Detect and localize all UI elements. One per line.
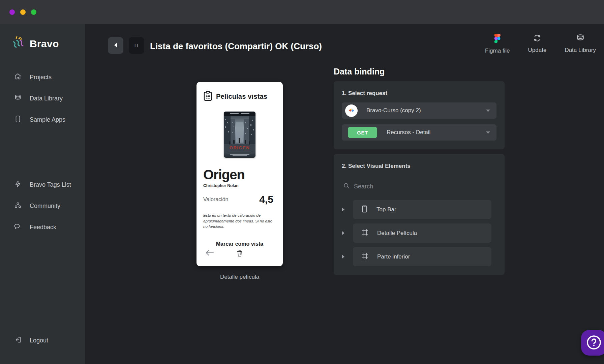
screen-preview: Películas vistas: [197, 82, 283, 280]
logout-label: Logout: [30, 337, 48, 344]
frame-icon: [361, 252, 368, 261]
sidebar-item-bravo-tags-list[interactable]: Bravo Tags List: [0, 174, 85, 195]
update-label: Update: [528, 47, 547, 54]
header-actions: Figma file Update Data Library: [485, 34, 596, 54]
sidebar-item-label: Bravo Tags List: [30, 181, 71, 188]
figma-file-button[interactable]: Figma file: [485, 34, 510, 54]
data-library-button[interactable]: Data Library: [565, 34, 596, 54]
sidebar-item-sample-apps[interactable]: Sample Apps: [0, 109, 85, 130]
sidebar-item-label: Feedback: [30, 224, 56, 231]
visual-elements-list: Top Bar Detalle Película: [342, 200, 496, 266]
frame-icon: [361, 229, 368, 237]
mark-as-seen-button[interactable]: Marcar como vista: [203, 241, 276, 247]
rating-value: 4,5: [259, 194, 273, 205]
expand-caret-icon[interactable]: [342, 254, 353, 259]
rating-label: Valoración: [203, 196, 228, 203]
sidebar-item-projects[interactable]: Projects: [0, 67, 85, 88]
phone-mockup[interactable]: Películas vistas: [197, 82, 283, 266]
lightning-icon: [14, 180, 22, 189]
bravo-logo: Bravo: [0, 34, 85, 53]
movie-description: Esto es un texto de valoración de aproxi…: [203, 213, 273, 230]
logout-icon: [14, 336, 22, 345]
back-button[interactable]: [108, 37, 123, 54]
select-request-heading: 1. Select request: [342, 90, 496, 97]
element-line-top-bar: Top Bar: [342, 200, 496, 219]
delete-button[interactable]: [237, 250, 243, 258]
expand-caret-icon[interactable]: [342, 231, 353, 235]
project-initials-badge[interactable]: LI: [129, 37, 144, 54]
request-dropdown-value: Recursos - Detail: [387, 129, 430, 136]
collection-dropdown[interactable]: Bravo-Curso (copy 2): [342, 102, 496, 119]
phone-icon: [361, 205, 368, 214]
arrow-left-icon: [205, 252, 214, 257]
sidebar-item-label: Community: [30, 203, 60, 210]
rating-row: Valoración 4,5: [203, 194, 276, 205]
back-icon: [113, 42, 118, 49]
window-zoom-button[interactable]: [31, 9, 36, 15]
sidebar-item-data-library[interactable]: Data Library: [0, 88, 85, 109]
window-titlebar: [0, 0, 604, 24]
window-close-button[interactable]: [9, 9, 15, 15]
refresh-icon: [533, 34, 542, 43]
poster-title: ORIGEN: [230, 145, 250, 150]
window-minimize-button[interactable]: [20, 9, 26, 15]
database-icon: [14, 94, 22, 103]
element-line-parte-inferior: Parte inferior: [342, 247, 496, 266]
logout-button[interactable]: Logout: [0, 330, 85, 351]
search-input[interactable]: [354, 183, 482, 190]
element-row-detalle-pelicula[interactable]: Detalle Película: [353, 223, 491, 243]
figma-file-label: Figma file: [485, 48, 510, 54]
panel-title: Data binding: [334, 67, 505, 77]
data-binding-panel: Data binding 1. Select request Bravo-Cur…: [334, 67, 505, 275]
screen-caption: Detalle película: [197, 274, 283, 280]
search-icon: [343, 182, 350, 190]
element-line-detalle-pelicula: Detalle Película: [342, 223, 496, 243]
sidebar: Bravo Projects Data Library Sample Apps …: [0, 24, 85, 364]
screen-header: Películas vistas: [203, 91, 276, 102]
sidebar-item-community[interactable]: Community: [0, 195, 85, 217]
home-icon: [14, 73, 22, 82]
movie-poster: ORIGEN: [224, 112, 255, 158]
project-header: LI Lista de favoritos (Compartir) OK (Cu…: [85, 24, 604, 68]
chevron-down-icon: [486, 129, 490, 135]
element-row-parte-inferior[interactable]: Parte inferior: [353, 247, 491, 266]
sidebar-item-label: Data Library: [30, 95, 63, 102]
element-label: Top Bar: [376, 206, 396, 213]
collection-avatar: [345, 104, 358, 117]
clipboard-list-icon: [203, 91, 212, 102]
element-label: Detalle Película: [377, 230, 417, 237]
figma-icon: [494, 34, 501, 44]
people-icon: [14, 202, 22, 211]
expand-caret-icon[interactable]: [342, 207, 353, 212]
request-dropdown[interactable]: GET Recursos - Detail: [342, 124, 496, 141]
page-title: Lista de favoritos (Compartir) OK (Curso…: [150, 41, 322, 52]
screen-title: Películas vistas: [216, 93, 267, 100]
phone-footer: [203, 249, 276, 259]
element-row-top-bar[interactable]: Top Bar: [353, 200, 491, 219]
data-library-label: Data Library: [565, 47, 596, 54]
movie-director: Christopher Nolan: [203, 183, 276, 188]
question-mark-icon: [586, 335, 602, 351]
sidebar-item-feedback[interactable]: Feedback: [0, 217, 85, 238]
get-method-badge: GET: [348, 127, 377, 138]
screen-back-button[interactable]: [205, 249, 214, 257]
chat-icon: [14, 223, 22, 232]
logo-wordmark: Bravo: [30, 38, 59, 50]
select-visual-elements-heading: 2. Select Visual Elements: [342, 163, 496, 170]
element-label: Parte inferior: [377, 253, 410, 260]
database-icon: [576, 34, 585, 43]
confetti-icon: [11, 36, 26, 52]
collection-dropdown-value: Bravo-Curso (copy 2): [366, 107, 421, 114]
select-request-card: 1. Select request Bravo-Curso (copy 2) G…: [334, 81, 505, 149]
chevron-down-icon: [486, 108, 490, 114]
phone-icon: [14, 115, 22, 124]
sidebar-item-label: Sample Apps: [30, 116, 65, 123]
help-button[interactable]: [581, 330, 604, 356]
update-button[interactable]: Update: [528, 34, 547, 54]
movie-title: Origen: [203, 167, 276, 182]
select-visual-elements-card: 2. Select Visual Elements Top: [334, 154, 505, 275]
search-row: [342, 182, 496, 190]
main-area: LI Lista de favoritos (Compartir) OK (Cu…: [85, 24, 604, 364]
trash-icon: [237, 253, 243, 258]
sidebar-item-label: Projects: [30, 74, 52, 81]
